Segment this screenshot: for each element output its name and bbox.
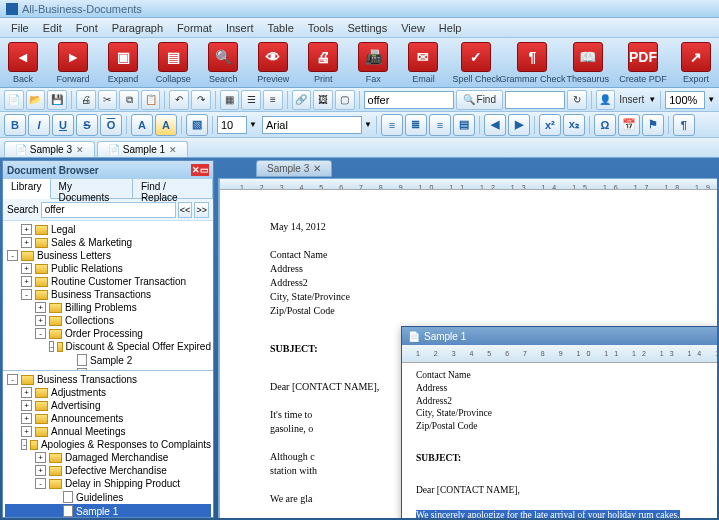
paste-icon[interactable]: 📋 bbox=[141, 90, 161, 110]
cut-icon[interactable]: ✂ bbox=[98, 90, 118, 110]
browser-close-button[interactable]: ✕▭ bbox=[191, 164, 209, 176]
toggle-icon[interactable]: + bbox=[21, 276, 32, 287]
browser-search-input[interactable] bbox=[41, 202, 176, 218]
image-icon[interactable]: 🖼 bbox=[313, 90, 333, 110]
undo-icon[interactable]: ↶ bbox=[169, 90, 189, 110]
person-icon[interactable]: 👤 bbox=[596, 90, 616, 110]
menu-table[interactable]: Table bbox=[260, 20, 300, 36]
replace-input[interactable] bbox=[505, 91, 565, 109]
background-doc-tab[interactable]: Sample 3✕ bbox=[256, 160, 332, 177]
toggle-icon[interactable]: - bbox=[35, 328, 46, 339]
tree-node[interactable]: +Legal bbox=[5, 223, 211, 236]
export-button[interactable]: ↗Export bbox=[677, 42, 715, 84]
bgcolor-button[interactable]: ▧ bbox=[186, 114, 208, 136]
toggle-icon[interactable]: + bbox=[21, 387, 32, 398]
toggle-icon[interactable]: + bbox=[35, 452, 46, 463]
toggle-icon[interactable]: - bbox=[35, 478, 46, 489]
find-button[interactable]: 🔍Find bbox=[456, 90, 503, 110]
toggle-icon[interactable]: + bbox=[35, 302, 46, 313]
toggle-icon[interactable]: + bbox=[21, 263, 32, 274]
indentright-button[interactable]: ▶ bbox=[508, 114, 530, 136]
tree-node[interactable]: +Routine Customer Transaction bbox=[5, 275, 211, 288]
preview-button[interactable]: 👁Preview bbox=[254, 42, 292, 84]
table-icon[interactable]: ▦ bbox=[220, 90, 240, 110]
tree-node[interactable]: Sample 2 bbox=[5, 353, 211, 367]
menu-help[interactable]: Help bbox=[432, 20, 469, 36]
tree-node[interactable]: +Advertising bbox=[5, 399, 211, 412]
find-input[interactable] bbox=[364, 91, 454, 109]
toggle-icon[interactable]: + bbox=[21, 426, 32, 437]
tree-node[interactable]: +Sales & Marketing bbox=[5, 236, 211, 249]
paragraph-button[interactable]: ¶ bbox=[673, 114, 695, 136]
copy-icon[interactable]: ⧉ bbox=[119, 90, 139, 110]
symbol-button[interactable]: Ω bbox=[594, 114, 616, 136]
toggle-icon[interactable]: - bbox=[21, 439, 27, 450]
tree-node[interactable]: +Annual Meetings bbox=[5, 425, 211, 438]
toggle-icon[interactable]: + bbox=[21, 237, 32, 248]
menu-paragraph[interactable]: Paragraph bbox=[105, 20, 170, 36]
aligncenter-button[interactable]: ≣ bbox=[405, 114, 427, 136]
toggle-icon[interactable]: + bbox=[35, 465, 46, 476]
fax-button[interactable]: 📠Fax bbox=[354, 42, 392, 84]
next-button[interactable]: >> bbox=[194, 202, 209, 218]
tree-node[interactable]: Sample 1 bbox=[5, 504, 211, 517]
browser-tab-library[interactable]: Library bbox=[3, 179, 51, 199]
fontsize-dropdown-icon[interactable]: ▼ bbox=[249, 120, 257, 129]
justify-button[interactable]: ▤ bbox=[453, 114, 475, 136]
overline-button[interactable]: O bbox=[100, 114, 122, 136]
back-button[interactable]: ◄Back bbox=[4, 42, 42, 84]
menu-edit[interactable]: Edit bbox=[36, 20, 69, 36]
browser-tab-my-documents[interactable]: My Documents bbox=[51, 179, 133, 198]
sample1-page[interactable]: Contact NameAddressAddress2City, State/P… bbox=[402, 363, 717, 518]
tab-sample-1[interactable]: 📄 Sample 1 ✕ bbox=[97, 141, 188, 157]
underline-button[interactable]: U bbox=[52, 114, 74, 136]
bold-button[interactable]: B bbox=[4, 114, 26, 136]
print-button[interactable]: 🖨Print bbox=[304, 42, 342, 84]
fontsize-input[interactable] bbox=[217, 116, 247, 134]
toggle-icon[interactable]: - bbox=[7, 250, 18, 261]
spell-check-button[interactable]: ✓Spell Check bbox=[454, 42, 498, 84]
superscript-button[interactable]: x² bbox=[539, 114, 561, 136]
email-button[interactable]: ✉Email bbox=[404, 42, 442, 84]
toggle-icon[interactable]: + bbox=[21, 413, 32, 424]
subscript-button[interactable]: x₂ bbox=[563, 114, 585, 136]
forward-button[interactable]: ►Forward bbox=[54, 42, 92, 84]
expand-button[interactable]: ▣Expand bbox=[104, 42, 142, 84]
tree-node[interactable]: +Billing Problems bbox=[5, 301, 211, 314]
anchor-button[interactable]: ⚑ bbox=[642, 114, 664, 136]
browser-tab-find-replace[interactable]: Find / Replace bbox=[133, 179, 213, 198]
numbers-icon[interactable]: ≡ bbox=[263, 90, 283, 110]
object-icon[interactable]: ▢ bbox=[335, 90, 355, 110]
tree-node[interactable]: -Business Letters bbox=[5, 249, 211, 262]
redo-icon[interactable]: ↷ bbox=[191, 90, 211, 110]
tree-node[interactable]: -Delay in Shipping Product bbox=[5, 477, 211, 490]
sample1-window[interactable]: 📄 Sample 1 1 2 3 4 5 6 7 8 9 10 11 12 13… bbox=[401, 326, 717, 518]
menu-tools[interactable]: Tools bbox=[301, 20, 341, 36]
dropdown-icon[interactable]: ▼ bbox=[648, 95, 656, 104]
tree-node[interactable]: +Collections bbox=[5, 314, 211, 327]
tree-node[interactable]: -Apologies & Responses to Complaints bbox=[5, 438, 211, 451]
highlight-button[interactable]: A bbox=[155, 114, 177, 136]
toggle-icon[interactable]: - bbox=[7, 374, 18, 385]
close-icon[interactable]: ✕ bbox=[76, 145, 84, 155]
collapse-button[interactable]: ▤Collapse bbox=[154, 42, 192, 84]
menu-settings[interactable]: Settings bbox=[340, 20, 394, 36]
fontname-dropdown-icon[interactable]: ▼ bbox=[364, 120, 372, 129]
zoom-dropdown-icon[interactable]: ▼ bbox=[707, 95, 715, 104]
strike-button[interactable]: S bbox=[76, 114, 98, 136]
prev-button[interactable]: << bbox=[178, 202, 193, 218]
create-pdf-button[interactable]: PDFCreate PDF bbox=[621, 42, 665, 84]
tree-node[interactable]: -Business Transactions bbox=[5, 373, 211, 386]
tab-sample-3[interactable]: 📄 Sample 3 ✕ bbox=[4, 141, 95, 157]
tree-node[interactable]: +Defective Merchandise bbox=[5, 464, 211, 477]
search-button[interactable]: 🔍Search bbox=[204, 42, 242, 84]
tree-node[interactable]: +Damaged Merchandise bbox=[5, 451, 211, 464]
bullets-icon[interactable]: ☰ bbox=[241, 90, 261, 110]
menu-file[interactable]: File bbox=[4, 20, 36, 36]
tree-node[interactable]: -Discount & Special Offer Expired bbox=[5, 340, 211, 353]
menu-font[interactable]: Font bbox=[69, 20, 105, 36]
menu-insert[interactable]: Insert bbox=[219, 20, 261, 36]
date-button[interactable]: 📅 bbox=[618, 114, 640, 136]
zoom-input[interactable] bbox=[665, 91, 705, 109]
sample1-titlebar[interactable]: 📄 Sample 1 bbox=[402, 327, 717, 345]
